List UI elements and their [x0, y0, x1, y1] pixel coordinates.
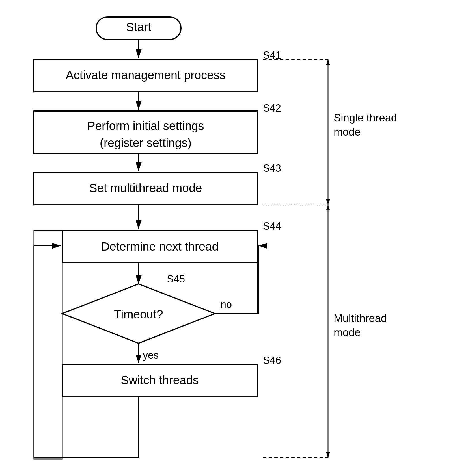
s42-label-1: Perform initial settings — [87, 119, 204, 132]
bracket-top-arrow — [326, 59, 330, 65]
s45-step-label: S45 — [167, 273, 185, 285]
multithread-label-2: mode — [334, 327, 361, 338]
start-label: Start — [126, 20, 151, 34]
single-thread-label-1: Single thread — [334, 112, 397, 124]
multithread-label-1: Multithread — [334, 312, 387, 324]
s44-label: Determine next thread — [101, 240, 219, 253]
s43-label: Set multithread mode — [89, 181, 202, 195]
s41-label: Activate management process — [66, 68, 226, 82]
bracket-bottom-arrow — [326, 199, 330, 205]
no-arrowhead — [259, 244, 264, 248]
single-thread-label-2: mode — [334, 126, 361, 138]
flowchart-container: Start Activate management process S41 Pe… — [17, 8, 435, 469]
no-label: no — [221, 299, 232, 310]
s46-label: Switch threads — [121, 373, 199, 387]
s42-step-label: S42 — [263, 102, 281, 114]
yes-label: yes — [143, 349, 159, 361]
loop-box-left — [34, 230, 62, 459]
s46-step-label: S46 — [263, 355, 281, 366]
s42-label-2: (register settings) — [100, 136, 191, 149]
s43-step-label: S43 — [263, 162, 281, 174]
s45-label: Timeout? — [114, 308, 163, 321]
s44-step-label: S44 — [263, 220, 281, 232]
multi-bracket-top-arrow — [326, 205, 330, 210]
multi-bracket-bottom-arrow — [326, 452, 330, 458]
